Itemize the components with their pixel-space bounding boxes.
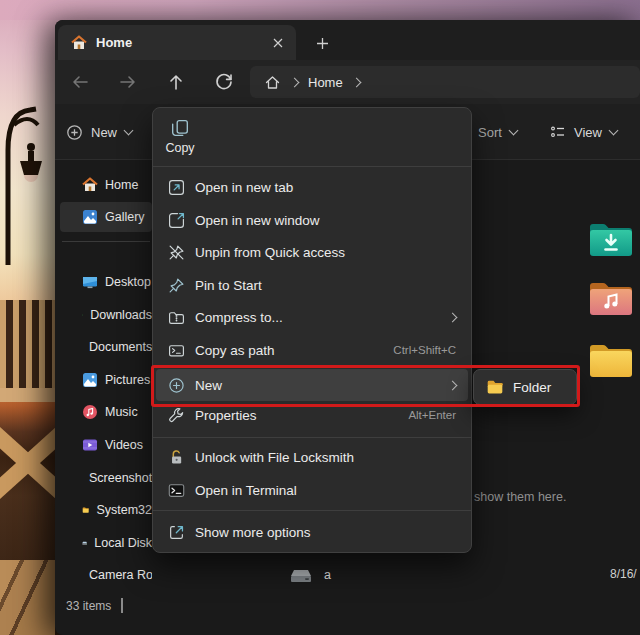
unlock-icon bbox=[168, 449, 185, 466]
home-tab-icon bbox=[71, 35, 87, 51]
chevron-down-icon bbox=[609, 126, 619, 136]
properties-wrench-icon bbox=[168, 407, 185, 424]
home-icon bbox=[82, 177, 98, 193]
tab-title: Home bbox=[96, 35, 132, 50]
menu-divider bbox=[153, 166, 471, 167]
desktop-icon bbox=[82, 274, 98, 290]
up-button[interactable] bbox=[166, 72, 186, 92]
chevron-down-icon bbox=[124, 126, 134, 136]
back-button[interactable] bbox=[70, 72, 90, 92]
pictures-icon bbox=[82, 372, 98, 388]
sidebar-item-music[interactable]: Music bbox=[60, 397, 152, 427]
menu-item-compress-to[interactable]: Compress to... bbox=[156, 301, 468, 333]
menu-item-unpin-quick-access[interactable]: Unpin from Quick access bbox=[156, 236, 468, 268]
toolbar-sort-label: Sort bbox=[478, 125, 502, 140]
compress-zip-icon bbox=[168, 309, 185, 326]
wallpaper-top-strip bbox=[0, 0, 640, 20]
menu-item-open-in-new-window[interactable]: Open in new window bbox=[156, 204, 468, 236]
show-more-options-icon bbox=[168, 524, 185, 541]
wallpaper-wood-planks bbox=[0, 560, 55, 635]
copy-as-path-icon bbox=[168, 342, 185, 359]
sidebar-item-screenshots[interactable]: Screenshots bbox=[60, 463, 152, 493]
menu-copy-button[interactable]: Copy bbox=[158, 112, 202, 162]
menu-item-pin-to-start[interactable]: Pin to Start bbox=[156, 269, 468, 301]
menu-divider bbox=[153, 437, 471, 438]
close-icon bbox=[273, 38, 283, 48]
submenu-item-folder[interactable]: Folder bbox=[513, 380, 551, 395]
gallery-icon bbox=[82, 209, 98, 225]
drive-icon bbox=[290, 568, 312, 583]
plus-icon bbox=[316, 37, 329, 50]
file-name: a bbox=[324, 568, 331, 582]
status-items-count: 33 items bbox=[66, 599, 111, 613]
terminal-icon bbox=[168, 482, 185, 499]
breadcrumb-separator-icon bbox=[351, 77, 361, 87]
menu-item-show-more-options[interactable]: Show more options bbox=[156, 516, 468, 548]
sidebar-item-documents[interactable]: Documents bbox=[60, 332, 152, 362]
pin-icon bbox=[168, 277, 185, 294]
sidebar-item-camera-roll[interactable]: Camera Roll bbox=[60, 560, 152, 590]
folder-icon bbox=[82, 502, 89, 518]
menu-item-properties[interactable]: Properties Alt+Enter bbox=[156, 399, 468, 431]
breadcrumb-home-icon bbox=[264, 74, 281, 91]
refresh-button[interactable] bbox=[214, 72, 234, 92]
menu-item-new[interactable]: New bbox=[156, 369, 468, 401]
tab-close-button[interactable] bbox=[268, 33, 288, 53]
music-folder-icon[interactable] bbox=[588, 278, 634, 318]
file-date: 8/16/ bbox=[610, 567, 640, 581]
menu-item-copy-as-path[interactable]: Copy as path Ctrl+Shift+C bbox=[156, 334, 468, 366]
recent-files-hint: show them here. bbox=[474, 490, 566, 504]
sidebar-item-videos[interactable]: Videos bbox=[60, 430, 152, 460]
sidebar-item-downloads[interactable]: Downloads bbox=[60, 300, 152, 330]
open-in-new-window-icon bbox=[168, 212, 185, 229]
breadcrumb-separator-icon bbox=[290, 77, 300, 87]
status-divider bbox=[121, 598, 123, 613]
menu-item-unlock-file-locksmith[interactable]: Unlock with File Locksmith bbox=[156, 441, 468, 473]
disk-icon bbox=[82, 535, 87, 551]
music-icon bbox=[82, 404, 98, 420]
folder-icon bbox=[486, 378, 504, 396]
videos-icon bbox=[82, 437, 98, 453]
menu-item-open-in-terminal[interactable]: Open in Terminal bbox=[156, 474, 468, 506]
sidebar-item-pictures[interactable]: Pictures bbox=[60, 365, 152, 395]
toolbar-new-button[interactable]: New bbox=[66, 118, 132, 146]
copy-icon bbox=[171, 119, 189, 137]
toolbar-sort-button[interactable]: Sort bbox=[478, 118, 517, 146]
new-item-icon bbox=[168, 377, 185, 394]
tab-home[interactable]: Home bbox=[58, 25, 296, 60]
wallpaper-wood-railing bbox=[0, 300, 55, 392]
generic-folder-icon[interactable] bbox=[588, 340, 634, 380]
street-lamp-silhouette bbox=[0, 55, 55, 265]
sidebar-item-home[interactable]: Home bbox=[60, 170, 152, 200]
screen: Home Home bbox=[0, 0, 640, 635]
forward-button[interactable] bbox=[118, 72, 138, 92]
sidebar-divider bbox=[62, 241, 150, 242]
menu-divider bbox=[153, 510, 471, 511]
toolbar-new-label: New bbox=[91, 125, 117, 140]
unpin-icon bbox=[168, 244, 185, 261]
toolbar-view-label: View bbox=[574, 125, 602, 140]
sidebar-item-local-disk[interactable]: Local Disk bbox=[60, 528, 152, 558]
chevron-right-icon bbox=[448, 312, 458, 322]
new-submenu: Folder bbox=[473, 369, 577, 405]
new-tab-button[interactable] bbox=[310, 31, 334, 55]
chevron-down-icon bbox=[508, 126, 518, 136]
sidebar-item-system32[interactable]: System32 bbox=[60, 495, 152, 525]
view-icon bbox=[550, 124, 566, 140]
file-row[interactable]: a bbox=[290, 560, 640, 590]
sidebar-item-desktop[interactable]: Desktop bbox=[60, 267, 152, 297]
sidebar-item-gallery[interactable]: Gallery bbox=[60, 202, 152, 232]
menu-item-open-in-new-tab[interactable]: Open in new tab bbox=[156, 171, 468, 203]
new-plus-circle-icon bbox=[66, 124, 83, 141]
downloads-icon bbox=[82, 307, 83, 323]
breadcrumb-segment-home[interactable]: Home bbox=[308, 75, 343, 90]
breadcrumb[interactable]: Home bbox=[250, 66, 640, 98]
toolbar-view-button[interactable]: View bbox=[550, 118, 617, 146]
wallpaper-wood-band bbox=[0, 388, 55, 402]
downloads-folder-icon[interactable] bbox=[588, 219, 634, 259]
chevron-right-icon bbox=[448, 380, 458, 390]
open-in-new-tab-icon bbox=[168, 179, 185, 196]
